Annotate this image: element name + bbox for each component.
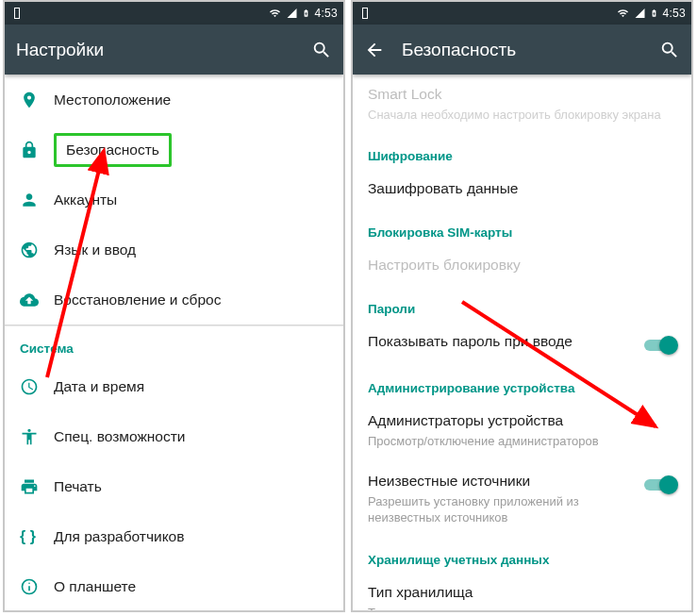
- settings-item-location[interactable]: Местоположение: [5, 75, 343, 125]
- location-icon: [20, 91, 54, 109]
- item-subtitle: Сначала необходимо настроить блокировку …: [368, 107, 676, 124]
- settings-item-backup[interactable]: Восстановление и сброс: [5, 275, 343, 325]
- item-device-admins[interactable]: Администраторы устройства Просмотр/отклю…: [353, 401, 691, 460]
- accessibility-icon: [20, 427, 54, 446]
- settings-item-datetime[interactable]: Дата и время: [5, 361, 343, 411]
- settings-item-label: Язык и ввод: [54, 241, 136, 258]
- item-sim-lock: Настроить блокировку: [353, 245, 691, 287]
- battery-charging-icon: [302, 7, 310, 20]
- item-title: Зашифровать данные: [368, 179, 676, 199]
- back-button[interactable]: [364, 40, 385, 60]
- notification-indicator: [362, 8, 368, 19]
- settings-item-language[interactable]: Язык и ввод: [5, 225, 343, 275]
- status-bar: 4:53: [5, 2, 343, 25]
- settings-item-label: Спец. возможности: [54, 428, 185, 445]
- signal-icon: [286, 8, 298, 19]
- signal-icon: [634, 8, 646, 19]
- item-title: Показывать пароль при вводе: [368, 332, 637, 352]
- notification-indicator: [14, 8, 20, 19]
- item-show-password[interactable]: Показывать пароль при вводе: [353, 322, 691, 366]
- battery-charging-icon: [650, 7, 658, 20]
- item-subtitle: Просмотр/отключение администраторов: [368, 433, 676, 450]
- settings-item-accounts[interactable]: Аккаунты: [5, 175, 343, 225]
- category-system: Система: [5, 326, 343, 361]
- settings-item-label: Для разработчиков: [54, 528, 184, 545]
- item-smart-lock: Smart Lock Сначала необходимо настроить …: [353, 75, 691, 134]
- appbar: Настройки: [5, 25, 343, 75]
- item-title: Smart Lock: [368, 85, 676, 105]
- item-title: Тип хранилища: [368, 583, 676, 603]
- search-button[interactable]: [659, 40, 680, 60]
- page-title: Настройки: [16, 40, 294, 60]
- item-unknown-sources[interactable]: Неизвестные источники Разрешить установк…: [353, 461, 691, 538]
- lock-icon: [20, 141, 54, 159]
- settings-list: Местоположение Безопасность Аккаунты Язы…: [5, 75, 343, 610]
- settings-item-label: Аккаунты: [54, 191, 117, 208]
- svg-point-2: [28, 582, 30, 584]
- show-password-toggle[interactable]: [644, 336, 676, 355]
- item-storage-type[interactable]: Тип хранилища Только программное: [353, 573, 691, 610]
- wifi-icon: [268, 8, 282, 19]
- appbar: Безопасность: [353, 25, 691, 75]
- settings-item-security[interactable]: Безопасность: [5, 125, 343, 175]
- security-screen: 4:53 Безопасность Smart Lock Сначала нео…: [351, 0, 693, 612]
- settings-item-about[interactable]: О планшете: [5, 561, 343, 610]
- print-icon: [20, 477, 54, 496]
- item-title: Настроить блокировку: [368, 256, 676, 275]
- account-icon: [20, 191, 54, 209]
- search-icon: [659, 40, 680, 60]
- status-time: 4:53: [314, 7, 338, 20]
- settings-item-accessibility[interactable]: Спец. возможности: [5, 411, 343, 461]
- page-title: Безопасность: [402, 40, 642, 60]
- backup-icon: [20, 291, 54, 309]
- clock-icon: [20, 377, 54, 396]
- category-passwords: Пароли: [353, 287, 691, 322]
- settings-screen: 4:53 Настройки Местоположение Безопаснос…: [3, 0, 345, 612]
- wifi-icon: [616, 8, 630, 19]
- settings-item-developer[interactable]: { } Для разработчиков: [5, 511, 343, 561]
- settings-item-label: О планшете: [54, 578, 136, 595]
- item-encrypt-data[interactable]: Зашифровать данные: [353, 169, 691, 210]
- settings-item-label: Местоположение: [54, 92, 171, 108]
- arrow-back-icon: [364, 40, 385, 60]
- settings-item-label: Дата и время: [54, 378, 144, 395]
- security-list: Smart Lock Сначала необходимо настроить …: [353, 75, 691, 610]
- item-subtitle: Только программное: [368, 605, 676, 610]
- status-bar: 4:53: [353, 2, 691, 25]
- category-device-admin: Администрирование устройства: [353, 366, 691, 401]
- category-encryption: Шифрование: [353, 134, 691, 169]
- info-icon: [20, 577, 54, 596]
- item-subtitle: Разрешить установку приложений из неизве…: [368, 493, 637, 526]
- globe-icon: [20, 241, 54, 259]
- search-button[interactable]: [311, 40, 332, 60]
- braces-icon: { }: [20, 528, 54, 545]
- item-title: Администраторы устройства: [368, 411, 676, 431]
- category-sim-lock: Блокировка SIM-карты: [353, 210, 691, 245]
- search-icon: [311, 40, 332, 60]
- settings-item-label: Восстановление и сброс: [54, 291, 221, 308]
- settings-item-print[interactable]: Печать: [5, 461, 343, 511]
- item-title: Неизвестные источники: [368, 472, 637, 491]
- settings-item-label: Безопасность: [66, 142, 159, 158]
- unknown-sources-toggle[interactable]: [644, 475, 676, 494]
- category-credential-storage: Хранилище учетных данных: [353, 538, 691, 573]
- settings-item-label: Печать: [54, 478, 102, 495]
- status-time: 4:53: [662, 7, 686, 20]
